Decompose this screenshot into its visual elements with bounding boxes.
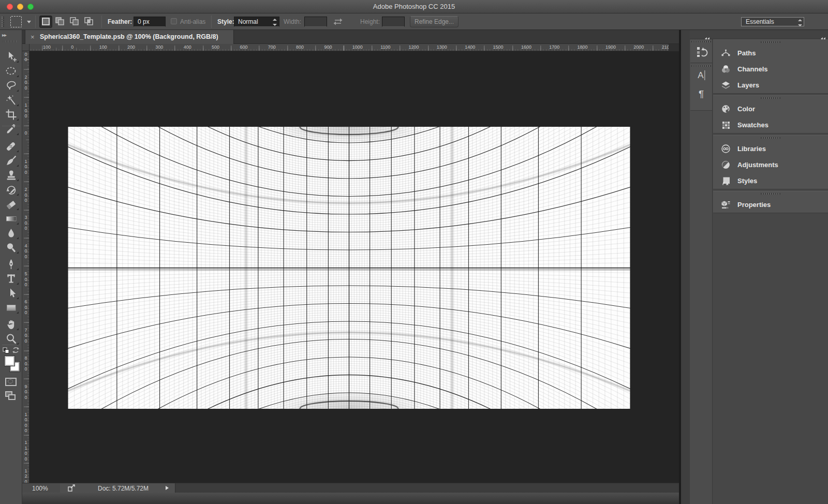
document-tab[interactable]: × Spherical360_Template.psb @ 100% (Back… xyxy=(25,30,234,44)
quick-mask-button[interactable] xyxy=(5,378,17,386)
panel-button-channels[interactable]: Channels xyxy=(713,61,828,77)
path-selection-tool[interactable] xyxy=(3,286,20,301)
type-tool[interactable] xyxy=(3,271,20,286)
workspace-dropdown[interactable]: Essentials xyxy=(741,17,804,26)
panel-button-layers[interactable]: Layers xyxy=(713,77,828,93)
options-bar-gripper[interactable] xyxy=(2,17,4,27)
v-ruler-label: 400 xyxy=(24,243,28,260)
panel-button-adjustments[interactable]: Adjustments xyxy=(713,157,828,173)
tab-close-icon[interactable]: × xyxy=(31,33,35,41)
character-panel-icon[interactable]: A xyxy=(697,70,705,81)
eraser-tool[interactable] xyxy=(3,197,20,212)
magic-wand-tool[interactable] xyxy=(3,93,20,108)
share-status-icon[interactable] xyxy=(67,484,76,492)
v-ruler-label: 700 xyxy=(24,328,28,344)
history-panel-icon[interactable] xyxy=(694,45,708,58)
refine-edge-button[interactable]: Refine Edge... xyxy=(410,16,459,27)
lasso-tool[interactable] xyxy=(3,78,20,93)
panel-dock: A ¶ PathsChannelsLayersColorSwatchesLibr… xyxy=(690,30,828,504)
hand-tool[interactable] xyxy=(3,317,20,332)
foreground-color-swatch[interactable] xyxy=(5,356,14,366)
spot-healing-brush-tool[interactable] xyxy=(3,139,20,154)
anti-alias-checkbox[interactable] xyxy=(171,18,177,24)
move-tool[interactable] xyxy=(3,49,20,64)
h-ruler-label: 700 xyxy=(268,45,276,50)
doc-info-field[interactable]: Doc: 5.72M/5.72M xyxy=(60,483,175,493)
blur-tool[interactable] xyxy=(3,226,20,241)
pen-tool[interactable] xyxy=(3,257,20,272)
new-selection-button[interactable] xyxy=(39,16,52,28)
eyedropper-tool[interactable] xyxy=(3,122,20,137)
horizontal-ruler[interactable]: 1000100200300400500600700800900100011001… xyxy=(29,44,669,51)
anti-alias-label: Anti-alias xyxy=(180,18,205,25)
dodge-tool[interactable] xyxy=(3,240,20,255)
separator xyxy=(2,126,20,126)
v-ruler-label: 200 xyxy=(24,187,28,203)
options-bar: Feather: 0 px Anti-alias Style: Normal W… xyxy=(0,13,828,30)
v-ruler-label: 600 xyxy=(24,299,28,316)
tool-flyout-indicator xyxy=(17,208,19,210)
panel-button-swatches[interactable]: Swatches xyxy=(713,117,828,133)
panel-button-libraries[interactable]: Libraries xyxy=(713,141,828,157)
clone-stamp-tool[interactable] xyxy=(3,168,20,183)
tool-preset-caret-icon[interactable] xyxy=(27,21,31,23)
status-bar-right xyxy=(175,483,679,493)
zoom-tool[interactable] xyxy=(3,331,20,346)
panel-gripper[interactable] xyxy=(761,41,780,43)
v-ruler-label: 500 xyxy=(24,271,28,288)
tool-flyout-indicator xyxy=(17,328,19,330)
panel-button-color[interactable]: Color xyxy=(713,101,828,117)
horizontal-ruler-end xyxy=(669,44,679,51)
separator xyxy=(2,345,20,345)
document-tab-bar: × Spherical360_Template.psb @ 100% (Back… xyxy=(22,30,679,44)
workspace-value: Essentials xyxy=(746,18,774,25)
intersect-selection-button[interactable] xyxy=(83,16,96,28)
brush-tool[interactable] xyxy=(3,153,20,168)
document-canvas-spherical-grid[interactable] xyxy=(68,127,630,409)
panel-gripper[interactable] xyxy=(761,97,780,99)
swap-colors-icon[interactable] xyxy=(2,347,20,354)
tool-flyout-indicator xyxy=(17,194,19,196)
gradient-tool[interactable] xyxy=(3,211,20,226)
crop-tool[interactable] xyxy=(3,107,20,122)
subtract-from-selection-button[interactable] xyxy=(68,16,81,28)
panel-button-properties[interactable]: Properties xyxy=(713,197,828,213)
panel-gripper[interactable] xyxy=(761,137,780,139)
panel-gripper[interactable] xyxy=(691,65,711,67)
height-input[interactable] xyxy=(382,17,405,27)
width-input[interactable] xyxy=(304,17,327,27)
tools-gripper[interactable] xyxy=(3,40,17,42)
rectangle-tool[interactable] xyxy=(3,300,20,315)
tools-collapse-icon[interactable]: ▸▸ xyxy=(2,32,6,38)
v-ruler-label: 300 xyxy=(24,51,28,63)
adjustments-icon xyxy=(721,160,731,170)
v-ruler-label: 100 xyxy=(24,102,28,119)
title-bar: Adobe Photoshop CC 2015 xyxy=(0,0,828,13)
status-flyout-arrow-icon[interactable] xyxy=(166,486,169,490)
elliptical-marquee-tool[interactable] xyxy=(3,64,20,79)
v-ruler-label: 1000 xyxy=(24,412,28,434)
style-dropdown[interactable]: Normal xyxy=(234,17,279,27)
panel-gripper[interactable] xyxy=(761,193,780,195)
vertical-ruler[interactable]: 3002001000100200300400500600700800900100… xyxy=(22,51,29,483)
panel-button-paths[interactable]: Paths xyxy=(713,45,828,61)
dock-header xyxy=(690,30,828,39)
v-ruler-label: 1200 xyxy=(24,468,28,483)
add-to-selection-button[interactable] xyxy=(54,16,67,28)
history-brush-tool[interactable] xyxy=(3,182,20,197)
tool-preset-marquee-icon[interactable] xyxy=(10,16,22,27)
swap-width-height-icon[interactable] xyxy=(333,18,343,26)
h-ruler-label: 500 xyxy=(212,45,219,50)
zoom-level-field[interactable]: 100% xyxy=(32,485,48,492)
screen-mode-button[interactable] xyxy=(5,391,12,397)
h-ruler-label: 300 xyxy=(155,45,163,50)
panel-button-styles[interactable]: Styles xyxy=(713,173,828,189)
canvas-pasteboard[interactable] xyxy=(29,51,679,483)
feather-label: Feather: xyxy=(108,18,132,25)
tool-flyout-indicator xyxy=(17,165,19,167)
panel-gripper[interactable] xyxy=(691,41,711,42)
paragraph-panel-icon[interactable]: ¶ xyxy=(699,88,704,100)
feather-input[interactable]: 0 px xyxy=(134,17,166,27)
tools-panel: ▸▸ xyxy=(0,30,22,504)
ruler-origin-corner[interactable] xyxy=(22,44,29,51)
